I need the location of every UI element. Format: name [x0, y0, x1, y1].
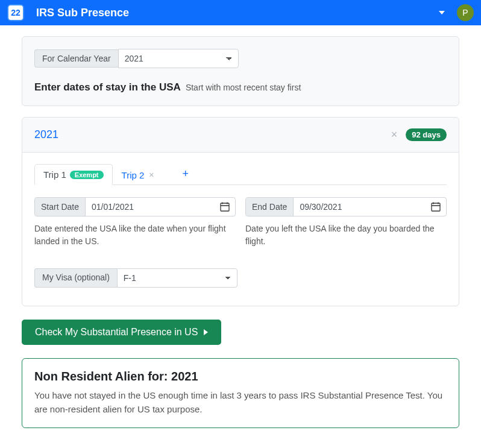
days-badge: 92 days [406, 128, 447, 141]
visa-select[interactable]: F-1 [117, 268, 237, 288]
calendar-icon[interactable] [426, 198, 446, 216]
start-date-col: Start Date Date entered the USA like the… [34, 197, 236, 248]
tab-trip-1[interactable]: Trip 1 Exempt [34, 164, 113, 185]
chevron-right-icon [204, 329, 208, 335]
calendar-year-select[interactable]: 2021 [118, 49, 239, 68]
svg-rect-4 [432, 203, 440, 211]
dates-heading-main: Enter dates of stay in the USA [34, 81, 180, 93]
tab-trip-1-label: Trip 1 [43, 169, 66, 180]
end-date-field: End Date [245, 197, 447, 216]
result-panel: Non Resident Alien for: 2021 You have no… [22, 358, 459, 428]
calendar-icon[interactable] [215, 198, 235, 216]
year-title[interactable]: 2021 [34, 128, 391, 141]
calendar-year-label: For Calendar Year [34, 49, 118, 68]
avatar-letter: P [462, 8, 468, 17]
tab-close-icon[interactable]: × [149, 170, 154, 180]
check-button-label: Check My Substantial Presence in US [35, 327, 198, 338]
add-trip-button[interactable]: + [172, 164, 200, 184]
trip-tabs: Trip 1 Exempt Trip 2 × + [34, 163, 447, 185]
year-panel-body: Trip 1 Exempt Trip 2 × + Start Date [22, 153, 459, 306]
calendar-svg [220, 202, 230, 212]
calendar-year-card: For Calendar Year 2021 Enter dates of st… [22, 36, 459, 106]
exempt-badge: Exempt [70, 171, 104, 179]
tab-trip-2-label: Trip 2 [122, 170, 145, 180]
start-date-hint: Date entered the USA like the date when … [34, 222, 236, 248]
end-date-label: End Date [246, 198, 294, 216]
calendar-year-row: For Calendar Year 2021 [34, 49, 447, 68]
top-bar: 22 IRS Sub Presence P [0, 0, 481, 25]
dates-heading: Enter dates of stay in the USA Start wit… [34, 81, 447, 93]
app-title: IRS Sub Presence [36, 7, 439, 19]
page-content: For Calendar Year 2021 Enter dates of st… [0, 36, 481, 446]
user-avatar[interactable]: P [457, 4, 474, 21]
end-date-col: End Date Date you left the USA like the … [245, 197, 447, 248]
year-panel: 2021 × 92 days Trip 1 Exempt Trip 2 × + [22, 117, 459, 306]
tab-trip-2[interactable]: Trip 2 × [113, 165, 163, 185]
year-panel-header: 2021 × 92 days [22, 118, 459, 153]
visa-label: My Visa (optional) [34, 268, 117, 288]
date-grid: Start Date Date entered the USA like the… [34, 197, 447, 248]
svg-rect-0 [221, 203, 229, 211]
start-date-input[interactable] [86, 198, 215, 216]
logo-text: 22 [11, 8, 20, 17]
check-presence-button[interactable]: Check My Substantial Presence in US [22, 320, 221, 345]
start-date-label: Start Date [35, 198, 86, 216]
calendar-svg [431, 202, 441, 212]
result-body: You have not stayed in the US enough tim… [34, 388, 447, 417]
result-title: Non Resident Alien for: 2021 [34, 370, 447, 383]
dates-heading-sub: Start with most recent stay first [186, 83, 301, 92]
start-date-field: Start Date [34, 197, 236, 216]
visa-row: My Visa (optional) F-1 [34, 268, 447, 288]
end-date-hint: Date you left the USA like the day you b… [245, 222, 447, 248]
app-logo: 22 [7, 4, 24, 21]
menu-caret-icon[interactable] [439, 11, 445, 14]
close-icon[interactable]: × [391, 128, 398, 141]
end-date-input[interactable] [294, 198, 426, 216]
